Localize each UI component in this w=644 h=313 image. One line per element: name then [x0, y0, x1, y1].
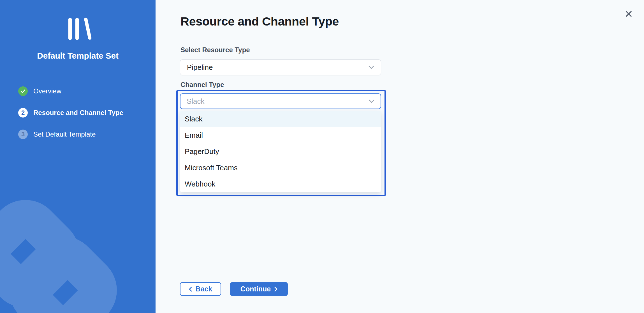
close-icon — [625, 10, 633, 18]
option-label: Email — [185, 131, 203, 140]
channel-type-option[interactable]: Email — [180, 127, 381, 143]
wizard-sidebar: Default Template Set Overview 2 Resource… — [0, 0, 156, 313]
step-overview[interactable]: Overview — [18, 86, 123, 96]
sidebar-watermark-pattern — [0, 167, 156, 313]
wizard-title: Default Template Set — [0, 51, 156, 61]
option-label: Slack — [185, 115, 203, 123]
step-number-badge: 3 — [18, 130, 28, 139]
option-label: Webhook — [185, 180, 215, 188]
step-label: Overview — [33, 87, 61, 95]
chevron-down-icon — [369, 100, 374, 103]
channel-type-focus-ring: Slack Slack Email PagerDuty Mi — [176, 90, 386, 196]
chevron-left-icon — [189, 287, 192, 292]
option-label: Microsoft Teams — [185, 164, 238, 172]
continue-button[interactable]: Continue — [230, 282, 288, 296]
resource-type-select[interactable]: Pipeline — [180, 59, 381, 75]
channel-type-option[interactable]: Slack — [180, 111, 381, 127]
channel-type-option[interactable]: Webhook — [180, 176, 381, 192]
wizard-modal: Default Template Set Overview 2 Resource… — [0, 0, 644, 313]
chevron-right-icon — [274, 287, 277, 292]
close-button[interactable] — [622, 7, 635, 20]
app-logo — [0, 18, 156, 41]
step-set-default-template[interactable]: 3 Set Default Template — [18, 130, 123, 139]
resource-type-label: Select Resource Type — [180, 46, 250, 54]
logo-bar — [75, 18, 79, 40]
step-label: Resource and Channel Type — [33, 109, 123, 117]
wizard-actions: Back Continue — [180, 282, 288, 296]
wizard-steps: Overview 2 Resource and Channel Type 3 S… — [18, 86, 123, 151]
channel-type-label: Channel Type — [180, 81, 224, 89]
logo-bar — [68, 18, 72, 40]
channel-type-menu: Slack Email PagerDuty Microsoft Teams We… — [180, 111, 381, 192]
back-button-label: Back — [196, 285, 212, 293]
resource-type-selected-value: Pipeline — [187, 63, 213, 72]
page-title: Resource and Channel Type — [180, 15, 339, 28]
step-number-badge: 2 — [18, 108, 28, 118]
option-label: PagerDuty — [185, 147, 219, 156]
channel-type-placeholder: Slack — [187, 97, 205, 106]
channel-type-option[interactable]: Microsoft Teams — [180, 160, 381, 176]
back-button[interactable]: Back — [180, 282, 221, 296]
logo-bar-slanted — [84, 17, 92, 40]
channel-type-option[interactable]: PagerDuty — [180, 143, 381, 160]
step-label: Set Default Template — [33, 130, 96, 138]
step-complete-badge — [18, 86, 28, 96]
step-resource-and-channel-type[interactable]: 2 Resource and Channel Type — [18, 108, 123, 118]
chevron-down-icon — [369, 66, 374, 69]
check-icon — [20, 88, 26, 94]
channel-type-select[interactable]: Slack — [180, 93, 381, 109]
continue-button-label: Continue — [240, 285, 271, 293]
